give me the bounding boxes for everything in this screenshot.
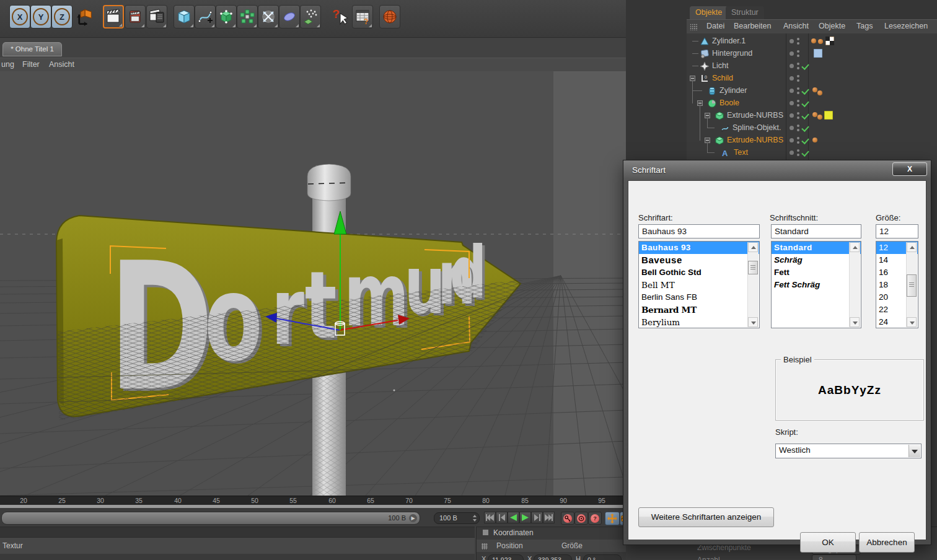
enabled-check-icon[interactable] [801, 87, 809, 95]
tree-row-extrude-nurbs[interactable]: Extrude-NURBS [687, 110, 937, 122]
goto-end-button[interactable] [543, 512, 555, 523]
scroll-up-icon[interactable] [907, 242, 917, 252]
add-cube-button[interactable] [174, 5, 195, 28]
render-view-button[interactable] [103, 5, 124, 28]
scroll-down-icon[interactable] [907, 317, 917, 327]
style-list[interactable]: Standard Schräg Fett Fett Schräg [771, 241, 861, 328]
yellow-texture-tag[interactable] [824, 111, 833, 120]
scroll-up-icon[interactable] [850, 242, 860, 252]
enabled-check-icon[interactable] [801, 62, 809, 70]
online-help-globe-button[interactable] [379, 5, 400, 28]
tree-row-text[interactable]: A Text [687, 147, 937, 159]
coord-h-field[interactable]: 0 ° [583, 554, 622, 560]
play-forwards-button[interactable] [519, 512, 531, 523]
material-tag[interactable] [811, 38, 816, 43]
add-scene-object-button[interactable] [258, 5, 279, 28]
goto-start-button[interactable] [484, 512, 496, 523]
y-axis-lock-button[interactable]: Y [30, 5, 51, 28]
tree-row-zylinder1[interactable]: Zylinder.1 [687, 35, 937, 48]
style-list-item[interactable]: Fett [772, 266, 861, 279]
font-list[interactable]: Bauhaus 93 Baveuse Bell Gothic Std Bell … [638, 241, 760, 328]
coordinate-system-button[interactable] [74, 5, 95, 28]
add-spline-button[interactable] [195, 5, 216, 28]
preview-range-slider[interactable]: 100 B ▶ [1, 512, 420, 525]
script-dropdown[interactable]: Westlich [775, 444, 922, 458]
add-floor-button[interactable] [279, 5, 300, 28]
font-list-item[interactable]: Bauhaus 93 [639, 242, 759, 254]
more-fonts-button[interactable]: Weitere Schriftarten anzeigen [638, 507, 774, 527]
enabled-check-icon[interactable] [801, 124, 809, 132]
current-frame-field[interactable]: 100 B [434, 512, 480, 524]
material-tag[interactable] [818, 39, 823, 44]
record-options-button[interactable]: ? [588, 512, 602, 525]
material-tag[interactable] [812, 112, 817, 117]
style-list-scrollbar[interactable] [849, 242, 860, 327]
dropdown-arrow-icon[interactable] [908, 445, 920, 457]
font-list-item[interactable]: Berlin Sans FB [639, 291, 759, 304]
close-button[interactable]: X [892, 162, 927, 176]
scroll-thumb[interactable] [907, 274, 917, 297]
previous-frame-button[interactable] [496, 512, 508, 523]
grid-handle-icon[interactable] [690, 24, 697, 30]
tree-row-extrude-nurbs2[interactable]: Extrude-NURBS [687, 134, 937, 147]
range-expand-icon[interactable]: ▶ [409, 514, 417, 522]
x-axis-lock-button[interactable]: X [9, 5, 30, 28]
style-list-item[interactable]: Schräg [772, 254, 861, 266]
document-tab[interactable]: * Ohne Titel 1 [2, 42, 62, 56]
size-list[interactable]: 12 14 16 18 20 22 24 [876, 241, 918, 328]
material-tag[interactable] [812, 138, 817, 142]
viewport-menu-item[interactable]: ung [1, 60, 14, 69]
move-tool-button[interactable] [605, 512, 620, 525]
style-list-item[interactable]: Fett Schräg [772, 279, 861, 291]
coord-x-size-field[interactable]: 339.353 [534, 554, 572, 560]
3d-viewport[interactable]: D o r t m u n d D o r t m u n d [0, 71, 626, 496]
record-keyframe-button[interactable] [561, 512, 574, 525]
enabled-check-icon[interactable] [801, 99, 809, 107]
tab-objekte[interactable]: Objekte [690, 6, 728, 19]
enabled-check-icon[interactable] [801, 136, 809, 144]
sky-texture-tag[interactable] [814, 49, 822, 58]
frame-spinner[interactable] [472, 514, 477, 522]
scroll-up-icon[interactable] [748, 242, 758, 252]
scroll-down-icon[interactable] [748, 317, 758, 327]
material-tag[interactable] [817, 90, 822, 95]
tree-row-licht[interactable]: Licht [687, 60, 937, 72]
size-input[interactable]: 12 [876, 224, 918, 238]
menu-objekte[interactable]: Objekte [819, 22, 845, 30]
z-axis-lock-button[interactable]: Z [51, 5, 73, 28]
menu-tags[interactable]: Tags [856, 22, 873, 30]
command-help-button[interactable]: ? [352, 5, 373, 28]
autokey-button[interactable] [574, 512, 588, 525]
menu-datei[interactable]: Datei [706, 22, 724, 30]
tree-row-spline-objekt[interactable]: Spline-Objekt. [687, 122, 937, 134]
material-tag[interactable] [812, 87, 817, 92]
font-input[interactable]: Bauhaus 93 [638, 224, 760, 238]
menu-bearbeiten[interactable]: Bearbeiten [734, 22, 771, 30]
tree-row-schild[interactable]: 0 Schild [687, 72, 937, 85]
style-input[interactable]: Standard [771, 224, 861, 238]
enabled-check-icon[interactable] [801, 149, 809, 157]
timeline-ruler[interactable]: 20 25 30 35 40 45 50 55 60 65 70 75 80 8… [0, 496, 626, 509]
scroll-thumb[interactable] [748, 261, 758, 274]
tree-row-zylinder[interactable]: Zylinder [687, 85, 937, 97]
next-frame-button[interactable] [531, 512, 543, 523]
font-list-scrollbar[interactable] [747, 242, 759, 327]
viewport-menu-filter[interactable]: Filter [22, 60, 40, 69]
add-nurbs-button[interactable] [216, 5, 237, 28]
font-list-item[interactable]: Baveuse [639, 254, 759, 266]
anzahl-field[interactable]: 8 [812, 554, 856, 560]
scroll-down-icon[interactable] [850, 317, 860, 327]
ok-button[interactable]: OK [800, 532, 856, 553]
style-list-item[interactable]: Standard [772, 242, 861, 254]
size-list-scrollbar[interactable] [906, 242, 917, 327]
coord-x-position-field[interactable]: 11.923 [488, 554, 524, 560]
grid-handle-icon[interactable] [482, 543, 488, 549]
cancel-button[interactable]: Abbrechen [859, 532, 915, 553]
menu-ansicht[interactable]: Ansicht [783, 22, 809, 30]
menu-lesezeichen[interactable]: Lesezeichen [884, 22, 928, 30]
checker-texture-tag[interactable] [825, 37, 834, 45]
font-list-item[interactable]: Berylium [639, 316, 759, 328]
viewport-menu-ansicht[interactable]: Ansicht [49, 60, 74, 69]
enabled-check-icon[interactable] [801, 112, 809, 120]
font-list-item[interactable]: Bell MT [639, 279, 759, 291]
